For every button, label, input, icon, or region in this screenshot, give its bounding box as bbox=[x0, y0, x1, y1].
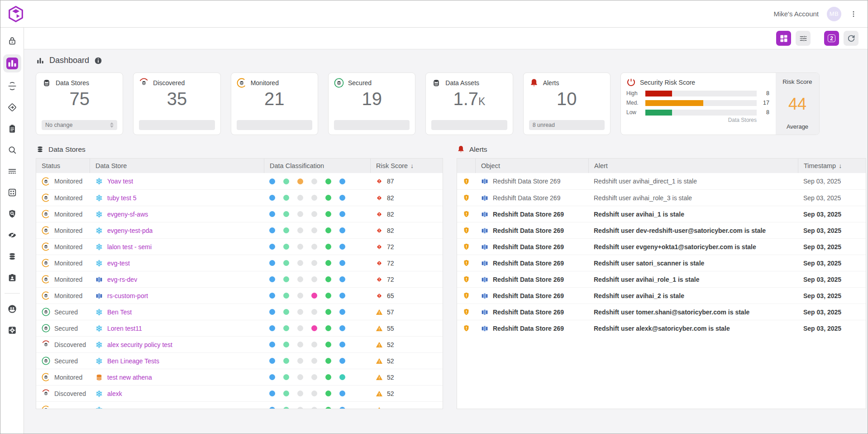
stat-card-footer[interactable]: No change bbox=[42, 120, 117, 130]
sidebar-item-policies[interactable] bbox=[3, 100, 21, 115]
data-store-row[interactable]: Monitored bbox=[36, 287, 443, 304]
data-store-link[interactable]: Ben Lineage Tests bbox=[107, 357, 159, 365]
col-header-object[interactable]: Object bbox=[475, 159, 588, 173]
col-header-risk-score[interactable]: Risk Score↓ bbox=[370, 159, 443, 173]
alert-row[interactable]: Redshift Data Store 269 Redshift user av… bbox=[457, 287, 866, 304]
data-store-row[interactable]: Secured bbox=[36, 352, 443, 369]
data-store-row[interactable] bbox=[36, 401, 443, 409]
data-store-link[interactable]: test new athena bbox=[107, 374, 152, 381]
alert-row[interactable]: Redshift Data Store 269 Redshift user sa… bbox=[457, 255, 866, 271]
community-users-icon bbox=[7, 304, 17, 314]
sidebar-item-dashboard[interactable] bbox=[3, 54, 21, 72]
alert-row[interactable]: Redshift Data Store 269 Redshift user de… bbox=[457, 222, 866, 238]
data-store-link[interactable]: rs-custom-port bbox=[107, 292, 148, 299]
filters-button[interactable] bbox=[796, 31, 811, 46]
alert-object-name[interactable]: Redshift Data Store 269 bbox=[493, 260, 564, 267]
data-store-row[interactable]: Monitored bbox=[36, 173, 443, 189]
alert-row[interactable]: Redshift Data Store 269 Redshift user av… bbox=[457, 189, 866, 206]
alert-object-name[interactable]: Redshift Data Store 269 bbox=[493, 276, 564, 283]
col-header-data-classification[interactable]: Data Classification bbox=[264, 159, 370, 173]
data-store-row[interactable]: Monitored bbox=[36, 206, 443, 222]
data-store-link[interactable]: tuby test 5 bbox=[107, 194, 137, 202]
alert-object-name[interactable]: Redshift Data Store 269 bbox=[493, 292, 564, 299]
stat-card[interactable]: Discovered 35 bbox=[133, 72, 220, 135]
sidebar-item-scan[interactable] bbox=[3, 78, 21, 94]
stat-card[interactable]: Data Assets 1.7K bbox=[425, 72, 513, 135]
sidebar-item-data-flows[interactable] bbox=[3, 164, 21, 179]
data-store-row[interactable]: Discovered bbox=[36, 336, 443, 352]
stat-card-footer[interactable]: 8 unread bbox=[529, 120, 605, 130]
stat-card-footer[interactable] bbox=[139, 120, 215, 130]
col-header-timestamp[interactable]: Timestamp↓ bbox=[798, 159, 866, 173]
data-store-row[interactable]: Monitored bbox=[36, 238, 443, 255]
data-store-link[interactable]: Yoav test bbox=[107, 178, 133, 185]
data-store-row[interactable]: Monitored bbox=[36, 271, 443, 287]
alert-row[interactable]: Redshift Data Store 269 Redshift user to… bbox=[457, 304, 866, 320]
data-store-link[interactable]: evgeny-test-pda bbox=[107, 227, 153, 234]
data-store-link[interactable]: Ben Test bbox=[107, 309, 132, 316]
sidebar-item-lock[interactable] bbox=[3, 33, 21, 48]
classification-dot bbox=[339, 195, 345, 201]
data-store-link[interactable]: alex security policy test bbox=[107, 341, 172, 348]
stat-card[interactable]: Data Stores 75 No change bbox=[36, 72, 123, 135]
alert-object-name[interactable]: Redshift Data Store 269 bbox=[493, 178, 560, 185]
alert-message: Redshift user satori_scanner is stale bbox=[594, 260, 704, 267]
stat-card-footer[interactable] bbox=[237, 120, 312, 130]
data-store-link[interactable]: evgeny-sf-aws bbox=[107, 211, 148, 218]
refresh-button[interactable] bbox=[844, 31, 858, 46]
snowflake-icon bbox=[95, 194, 103, 202]
sidebar-item-audit[interactable] bbox=[3, 121, 21, 136]
col-header-status[interactable]: Status bbox=[36, 159, 90, 173]
data-store-link[interactable]: Loren test11 bbox=[107, 325, 142, 332]
alert-object-name[interactable]: Redshift Data Store 269 bbox=[493, 211, 564, 218]
sidebar-item-apps[interactable] bbox=[3, 185, 21, 200]
data-store-row[interactable]: Monitored bbox=[36, 369, 443, 385]
kebab-menu-icon[interactable] bbox=[848, 7, 859, 21]
col-header-data-store[interactable]: Data Store bbox=[90, 159, 264, 173]
alert-object-name[interactable]: Redshift Data Store 269 bbox=[493, 309, 564, 316]
panels-count-button[interactable]: 2 bbox=[824, 31, 839, 46]
alert-row[interactable]: Redshift Data Store 269 Redshift user ev… bbox=[457, 238, 866, 255]
info-icon[interactable] bbox=[94, 56, 103, 65]
data-store-row[interactable]: Secured bbox=[36, 304, 443, 320]
stat-card[interactable]: Alerts 10 8 unread bbox=[523, 72, 610, 135]
snowflake-icon bbox=[95, 324, 103, 333]
data-store-row[interactable]: Discovered bbox=[36, 385, 443, 401]
sidebar-item-identities[interactable] bbox=[3, 270, 21, 285]
alert-object-name[interactable]: Redshift Data Store 269 bbox=[493, 227, 564, 234]
data-store-row[interactable]: Monitored bbox=[36, 189, 443, 206]
account-name[interactable]: Mike's Account bbox=[773, 10, 819, 18]
user-avatar[interactable]: MB bbox=[827, 7, 841, 21]
stat-card-footer[interactable] bbox=[334, 120, 410, 130]
alert-object-name[interactable]: Redshift Data Store 269 bbox=[493, 243, 564, 251]
alert-row[interactable]: Redshift Data Store 269 Redshift user av… bbox=[457, 206, 866, 222]
layout-button[interactable] bbox=[776, 31, 791, 46]
stat-card-footer[interactable] bbox=[431, 120, 507, 130]
snowflake-icon bbox=[95, 177, 103, 185]
security-risk-score-panel[interactable]: Security Risk Score High 8 bbox=[620, 72, 820, 135]
sidebar-item-settings[interactable] bbox=[3, 323, 21, 338]
alert-message: Redshift user alexk@satoricyber.com is s… bbox=[594, 325, 730, 332]
data-store-link[interactable]: evg-rs-dev bbox=[107, 276, 137, 283]
risk-level-icon bbox=[376, 341, 383, 348]
data-store-link[interactable]: lalon test - semi bbox=[107, 243, 152, 251]
alert-row[interactable]: Redshift Data Store 269 Redshift user al… bbox=[457, 320, 866, 336]
data-store-link[interactable]: alexk bbox=[107, 390, 122, 397]
sidebar-item-community[interactable] bbox=[3, 301, 21, 317]
alert-object-name[interactable]: Redshift Data Store 269 bbox=[493, 194, 560, 202]
satori-logo-icon[interactable] bbox=[7, 5, 25, 23]
stat-card[interactable]: Monitored 21 bbox=[231, 72, 318, 135]
sidebar-item-data-stores[interactable] bbox=[3, 249, 21, 264]
data-store-row[interactable]: Monitored bbox=[36, 255, 443, 271]
alert-row[interactable]: Redshift Data Store 269 Redshift user av… bbox=[457, 271, 866, 287]
sidebar-item-search[interactable] bbox=[3, 142, 21, 158]
sidebar-item-security-posture[interactable] bbox=[3, 206, 21, 222]
data-store-row[interactable]: Monitored bbox=[36, 222, 443, 238]
alert-object-name[interactable]: Redshift Data Store 269 bbox=[493, 325, 564, 332]
alert-row[interactable]: Redshift Data Store 269 Redshift user av… bbox=[457, 173, 866, 189]
col-header-alert[interactable]: Alert bbox=[588, 159, 798, 173]
stat-card[interactable]: Secured 19 bbox=[328, 72, 415, 135]
data-store-link[interactable]: evg-test bbox=[107, 260, 130, 267]
data-store-row[interactable]: Secured bbox=[36, 320, 443, 336]
sidebar-item-masking[interactable] bbox=[3, 227, 21, 243]
